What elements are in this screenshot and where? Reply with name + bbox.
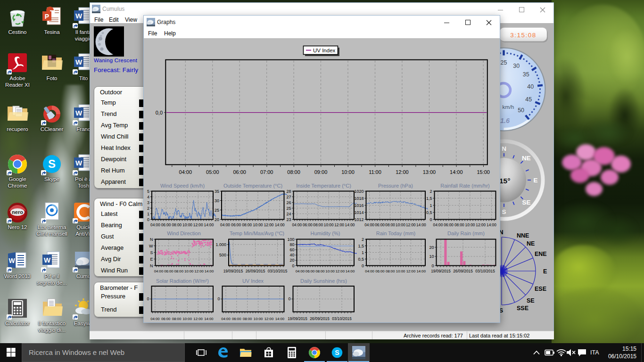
svg-text:06:00: 06:00 <box>161 222 171 227</box>
svg-text:12:00: 12:00 <box>334 222 344 227</box>
svg-text:UV Index: UV Index <box>313 48 336 53</box>
svg-text:P: P <box>45 13 49 20</box>
svg-text:60: 60 <box>289 247 294 252</box>
svg-text:14:00: 14:00 <box>346 269 355 273</box>
svg-text:14:00: 14:00 <box>275 222 285 227</box>
svg-text:24: 24 <box>286 211 291 216</box>
svg-text:28: 28 <box>286 189 291 193</box>
svg-text:06:00: 06:00 <box>232 316 241 321</box>
svg-text:04:00: 04:00 <box>296 269 305 273</box>
svg-text:S: S <box>150 250 153 255</box>
svg-text:08:00: 08:00 <box>386 269 395 273</box>
svg-text:10:00: 10:00 <box>253 222 263 227</box>
svg-text:10:00: 10:00 <box>183 316 192 321</box>
svg-text:10:00: 10:00 <box>254 316 263 321</box>
svg-text:20: 20 <box>429 245 434 249</box>
svg-text:14:00: 14:00 <box>417 269 426 273</box>
svg-text:W: W <box>75 12 83 20</box>
svg-text:26/09/2015: 26/09/2015 <box>310 316 330 321</box>
svg-text:Inside Temperature (°C): Inside Temperature (°C) <box>296 182 351 188</box>
svg-text:04:00: 04:00 <box>221 316 231 321</box>
svg-text:26/09/2015: 26/09/2015 <box>453 268 473 273</box>
svg-text:0: 0 <box>429 217 432 222</box>
svg-text:40: 40 <box>289 253 294 257</box>
svg-text:10:00: 10:00 <box>182 222 192 227</box>
svg-text:0: 0 <box>362 263 364 268</box>
svg-text:10:00: 10:00 <box>324 222 334 227</box>
svg-text:19/09/2015: 19/09/2015 <box>223 268 243 273</box>
svg-text:10:00: 10:00 <box>325 269 335 273</box>
svg-text:04:00: 04:00 <box>150 316 160 321</box>
svg-text:45: 45 <box>525 96 532 103</box>
svg-text:Rainfall Rate (mm/hr): Rainfall Rate (mm/hr) <box>440 182 490 188</box>
svg-text:35: 35 <box>215 189 219 193</box>
svg-text:SE: SE <box>522 199 530 206</box>
svg-text:12:00: 12:00 <box>264 222 274 227</box>
svg-text:0,5: 0,5 <box>426 210 432 214</box>
svg-text:N: N <box>150 263 153 268</box>
svg-text:10: 10 <box>429 254 434 259</box>
svg-text:1,5: 1,5 <box>358 243 364 248</box>
svg-text:1: 1 <box>147 211 149 216</box>
svg-text:06:00: 06:00 <box>305 269 315 273</box>
svg-text:12:00: 12:00 <box>406 222 416 227</box>
svg-text:Outside Temperature (°C): Outside Temperature (°C) <box>223 182 282 188</box>
svg-text:35: 35 <box>523 71 529 78</box>
svg-text:S: S <box>502 208 506 215</box>
svg-text:1016: 1016 <box>354 203 363 207</box>
svg-text:S: S <box>48 157 56 170</box>
svg-text:2: 2 <box>429 189 432 193</box>
svg-text:03/10/2015: 03/10/2015 <box>268 268 288 273</box>
svg-text:04:00: 04:00 <box>150 222 160 227</box>
svg-text:14:00: 14:00 <box>487 222 496 227</box>
svg-text:3:15:08: 3:15:08 <box>510 32 537 39</box>
svg-text:10:00: 10:00 <box>396 222 405 227</box>
svg-text:06:00: 06:00 <box>375 222 385 227</box>
svg-text:03/10/2015: 03/10/2015 <box>332 316 352 321</box>
svg-text:12:00: 12:00 <box>406 269 416 273</box>
svg-text:04:00: 04:00 <box>179 169 192 174</box>
svg-text:E: E <box>150 256 153 261</box>
svg-text:06:00: 06:00 <box>164 269 173 273</box>
svg-text:Solar Radiation (W/m²): Solar Radiation (W/m²) <box>156 278 209 283</box>
svg-text:06:00: 06:00 <box>231 222 241 227</box>
svg-text:2: 2 <box>362 237 364 241</box>
svg-text:S: S <box>335 349 339 356</box>
svg-text:08:00: 08:00 <box>243 316 252 321</box>
svg-text:11:00: 11:00 <box>369 169 381 174</box>
svg-text:27: 27 <box>286 194 291 199</box>
svg-text:13:00: 13:00 <box>423 169 436 174</box>
svg-text:0: 0 <box>292 263 294 268</box>
svg-text:08:00: 08:00 <box>172 316 182 321</box>
svg-text:05:00: 05:00 <box>206 169 219 174</box>
svg-text:1018: 1018 <box>354 196 363 200</box>
svg-text:04:00: 04:00 <box>292 222 302 227</box>
svg-text:Pressure (hPa): Pressure (hPa) <box>378 182 413 188</box>
svg-text:06:00: 06:00 <box>303 222 313 227</box>
svg-text:10:00: 10:00 <box>465 222 475 227</box>
svg-text:15°: 15° <box>499 177 510 185</box>
svg-text:19/09/2015: 19/09/2015 <box>288 316 307 321</box>
svg-text:1: 1 <box>429 203 432 207</box>
svg-text:14:00: 14:00 <box>275 316 285 321</box>
svg-text:W: W <box>8 257 15 264</box>
svg-text:30: 30 <box>513 63 520 69</box>
svg-text:0: 0 <box>431 263 434 268</box>
svg-text:NNE: NNE <box>517 232 529 239</box>
svg-text:12:00: 12:00 <box>476 222 486 227</box>
svg-text:0: 0 <box>288 296 290 301</box>
svg-text:08:00: 08:00 <box>174 269 184 273</box>
svg-text:W: W <box>44 256 51 264</box>
svg-text:NE: NE <box>527 240 535 247</box>
svg-text:Daily Rain (mm): Daily Rain (mm) <box>447 230 485 236</box>
svg-text:12:00: 12:00 <box>264 316 274 321</box>
svg-text:500: 500 <box>219 253 226 257</box>
svg-text:ITA: ITA <box>590 349 599 356</box>
svg-text:19/09/2015: 19/09/2015 <box>431 268 451 273</box>
svg-text:W: W <box>75 109 83 117</box>
svg-text:0: 0 <box>147 217 149 222</box>
svg-text:12:00: 12:00 <box>396 169 409 174</box>
svg-text:10:00: 10:00 <box>341 169 355 174</box>
svg-text:Humidity (%): Humidity (%) <box>311 230 340 236</box>
svg-text:Wind Speed (km/h): Wind Speed (km/h) <box>160 182 205 188</box>
